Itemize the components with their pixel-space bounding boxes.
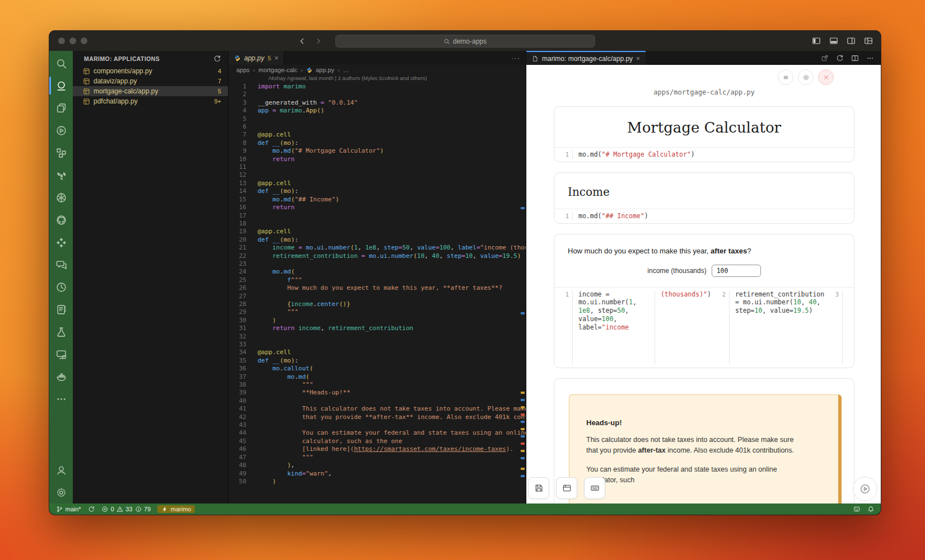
- more-actions-icon[interactable]: [866, 54, 874, 62]
- income-number-input[interactable]: 100: [712, 265, 761, 277]
- toggle-secondary-sidebar-icon[interactable]: [847, 36, 856, 45]
- sidebar-item-dataviz[interactable]: dataviz/app.py 7: [73, 76, 228, 86]
- marimo-file-icon: [83, 88, 90, 95]
- command-center-search[interactable]: demo-apps: [335, 35, 595, 48]
- marimo-floating-actions: [528, 477, 605, 499]
- activity-symbols[interactable]: [49, 142, 73, 164]
- activity-explorer[interactable]: [49, 97, 73, 119]
- workbench: MARIMO: APPLICATIONS components/app.py 4…: [49, 51, 881, 503]
- save-icon: [534, 483, 544, 493]
- sidebar-item-mortgage-calc[interactable]: mortgage-calc/app.py 5: [73, 86, 228, 96]
- activity-terraform[interactable]: [49, 164, 73, 186]
- run-cell-button[interactable]: [853, 477, 877, 501]
- status-right: [853, 506, 874, 513]
- tab-problem-badge: 5: [268, 55, 271, 62]
- app-title: Mortgage Calculator: [554, 107, 854, 147]
- close-window-button[interactable]: [58, 37, 65, 44]
- activity-search[interactable]: [49, 52, 73, 74]
- desktop-background: demo-apps: [0, 0, 925, 560]
- activity-run[interactable]: [49, 119, 73, 142]
- activity-docker[interactable]: [49, 365, 73, 388]
- keyboard-shortcuts-button[interactable]: [584, 477, 605, 499]
- webview-tabs: marimo: mortgage-calc/app.py ×: [526, 51, 881, 65]
- close-icon[interactable]: ×: [274, 55, 278, 62]
- activity-comments[interactable]: [49, 253, 73, 276]
- problems-status[interactable]: 0 33 79: [101, 506, 151, 513]
- activity-remote[interactable]: [49, 343, 73, 365]
- feedback-icon[interactable]: [853, 506, 861, 513]
- tab-marimo-webview[interactable]: marimo: mortgage-calc/app.py ×: [526, 51, 646, 65]
- toggle-panel-icon[interactable]: [829, 36, 838, 45]
- breadcrumb-apps[interactable]: apps: [236, 67, 250, 73]
- file-name: mortgage-calc/app.py: [94, 87, 158, 95]
- file-name: components/app.py: [94, 67, 152, 75]
- menu-button[interactable]: [778, 69, 793, 85]
- callout-paragraph-1: This calculator does not take taxes into…: [586, 435, 802, 457]
- cell-card-income: Income 1mo.md("## Income"): [554, 172, 854, 224]
- activity-peacock[interactable]: [49, 186, 73, 209]
- breadcrumb-symbol[interactable]: …: [343, 67, 349, 73]
- sync-icon[interactable]: [88, 506, 95, 513]
- gear-icon: [55, 487, 67, 498]
- open-external-icon[interactable]: [821, 54, 829, 62]
- sidebar-item-components[interactable]: components/app.py 4: [73, 66, 228, 76]
- cell-code[interactable]: 1mo.md("## Income"): [554, 209, 854, 223]
- warning-count: 33: [125, 506, 132, 512]
- forward-icon[interactable]: [314, 37, 323, 45]
- marimo-file-icon: [83, 68, 90, 75]
- cell-code[interactable]: 1income = mo.ui.number(1, 1e8, step=50, …: [554, 287, 854, 368]
- activity-notebook[interactable]: [49, 298, 73, 321]
- terraform-icon: [55, 170, 67, 181]
- close-icon[interactable]: ×: [636, 55, 640, 62]
- marimo-webview-panel: marimo: mortgage-calc/app.py ×: [526, 51, 881, 503]
- chevron-right-icon: ›: [301, 67, 303, 73]
- save-button[interactable]: [528, 477, 549, 499]
- activity-more[interactable]: [49, 388, 73, 410]
- marimo-file-icon: [83, 78, 90, 85]
- editor-code[interactable]: 1import marimo2 3__generated_with = "0.0…: [228, 82, 526, 503]
- sidebar-marimo-applications: MARIMO: APPLICATIONS components/app.py 4…: [73, 51, 228, 503]
- menu-icon: [782, 74, 789, 81]
- settings-button[interactable]: [798, 69, 814, 85]
- reload-icon[interactable]: [836, 54, 844, 62]
- activity-testing[interactable]: [49, 321, 73, 343]
- git-branch-status[interactable]: main*: [56, 506, 81, 513]
- tab-app-py[interactable]: app.py 5 ×: [228, 51, 284, 65]
- file-icon: [532, 55, 539, 62]
- minimize-window-button[interactable]: [69, 37, 76, 44]
- breadcrumb-file[interactable]: app.py: [316, 67, 334, 73]
- marimo-status-badge[interactable]: marimo: [157, 505, 195, 514]
- activity-github[interactable]: [49, 209, 73, 231]
- marimo-icon: [55, 80, 67, 92]
- refresh-icon[interactable]: [213, 55, 221, 63]
- breadcrumb-mortgage-calc[interactable]: mortgage-calc: [259, 67, 298, 73]
- traffic-lights[interactable]: [58, 37, 87, 44]
- play-icon: [859, 483, 871, 495]
- split-editor-icon[interactable]: [851, 54, 859, 62]
- cell-code[interactable]: 1mo.md("# Mortgage Calculator"): [554, 147, 854, 162]
- shutdown-button[interactable]: [818, 69, 834, 85]
- activity-account[interactable]: [49, 459, 73, 481]
- breadcrumb[interactable]: apps › mortgage-calc › app.py › …: [228, 65, 526, 75]
- bell-icon[interactable]: [867, 506, 875, 513]
- tab-actions-more[interactable]: ···: [511, 51, 526, 65]
- badge-label: marimo: [171, 506, 191, 512]
- back-icon[interactable]: [298, 37, 306, 45]
- vscode-window: demo-apps: [49, 31, 881, 515]
- python-icon: [306, 67, 312, 73]
- sidebar-item-pdfchat[interactable]: pdfchat/app.py 9+: [73, 96, 228, 106]
- callout-title: Heads-up!: [586, 418, 821, 427]
- activity-marimo[interactable]: [49, 74, 73, 97]
- customize-layout-icon[interactable]: [864, 36, 873, 45]
- zoom-window-button[interactable]: [81, 37, 87, 44]
- activity-settings[interactable]: [49, 481, 73, 503]
- activity-extensions[interactable]: [49, 231, 73, 253]
- open-window-button[interactable]: [556, 477, 577, 499]
- search-icon: [55, 58, 67, 69]
- sidebar-title: MARIMO: APPLICATIONS: [84, 55, 160, 62]
- activity-timeline[interactable]: [49, 276, 73, 298]
- marimo-file-icon: [83, 98, 90, 105]
- branch-name: main*: [66, 506, 81, 512]
- marimo-app-content: apps/mortgage-calc/app.py Mortgage Calcu…: [554, 65, 854, 503]
- toggle-sidebar-icon[interactable]: [812, 36, 821, 45]
